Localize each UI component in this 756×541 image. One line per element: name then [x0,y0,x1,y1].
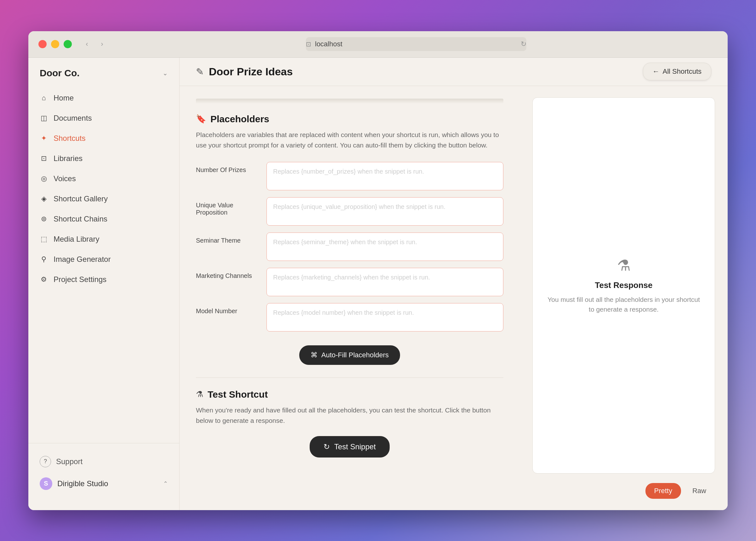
placeholder-field-unique-value-proposition: Unique Value Proposition [196,197,503,226]
sidebar: Door Co. ⌄ ⌂ Home ◫ Documents ✦ Shortcut… [28,58,180,510]
support-icon: ? [40,456,51,467]
page-title: Door Prize Ideas [209,66,293,78]
main-content: ✎ Door Prize Ideas ← All Shortcuts 🔖 [180,58,728,510]
workspace-avatar: S [40,477,52,490]
test-title: Test Shortcut [207,389,268,400]
monitor-icon: ⊡ [306,40,311,48]
shortcuts-icon: ✦ [40,134,48,143]
close-button[interactable] [38,40,47,48]
field-label-unique-value-proposition: Unique Value Proposition [196,197,259,216]
back-arrow-icon: ← [653,67,660,76]
sidebar-item-project-settings[interactable]: ⚙ Project Settings [32,270,176,289]
sidebar-item-media-library[interactable]: ⬚ Media Library [32,230,176,249]
placeholder-field-seminar-theme: Seminar Theme [196,233,503,261]
bookmark-icon: 🔖 [196,114,206,124]
image-generator-icon: ⚲ [40,255,48,264]
sidebar-item-label: Libraries [54,154,83,163]
test-section: ⚗ Test Shortcut When you're ready and ha… [196,389,503,457]
sidebar-item-documents[interactable]: ◫ Documents [32,109,176,128]
placeholder-field-marketing-channels: Marketing Channels [196,268,503,296]
right-panel: ⚗ Test Response You must fill out all th… [520,86,728,510]
autofill-label: Auto-Fill Placeholders [321,351,389,359]
sidebar-item-libraries[interactable]: ⊡ Libraries [32,149,176,168]
libraries-icon: ⊡ [40,154,48,163]
back-button[interactable]: ‹ [82,39,92,49]
format-tab-pretty[interactable]: Pretty [645,483,681,499]
format-tabs: Pretty Raw [532,480,715,499]
sidebar-item-shortcut-chains[interactable]: ⊚ Shortcut Chains [32,210,176,229]
page-title-area: ✎ Door Prize Ideas [196,66,293,78]
minimize-button[interactable] [51,40,59,48]
voices-icon: ◎ [40,175,48,183]
sidebar-item-home[interactable]: ⌂ Home [32,89,176,108]
test-heading: ⚗ Test Shortcut [196,389,503,400]
home-icon: ⌂ [40,94,48,102]
sidebar-item-label: Shortcuts [54,134,85,143]
test-response-flask-icon: ⚗ [617,257,631,274]
browser-window: ‹ › ⊡ localhost ↻ Door Co. ⌄ ⌂ Home ◫ [28,31,728,510]
sidebar-item-label: Home [54,94,74,102]
test-label: Test Snippet [334,442,376,451]
sidebar-item-voices[interactable]: ◎ Voices [32,169,176,188]
forward-button[interactable]: › [97,39,107,49]
sidebar-item-label: Shortcut Chains [54,215,108,224]
workspace-item[interactable]: S Dirigible Studio ⌃ [36,472,172,495]
sidebar-title: Door Co. [40,68,80,79]
support-label: Support [56,457,83,466]
field-label-number-of-prizes: Number Of Prizes [196,162,259,174]
traffic-lights [38,40,72,48]
test-snippet-button[interactable]: ↻ Test Snippet [310,436,390,457]
field-label-marketing-channels: Marketing Channels [196,268,259,279]
media-library-icon: ⬚ [40,235,48,243]
autofill-icon: ⌘ [311,351,317,359]
workspace-label: Dirigible Studio [57,479,108,488]
address-bar[interactable]: ⊡ localhost ↻ [306,37,526,51]
field-input-unique-value-proposition[interactable] [266,197,503,226]
placeholders-title: Placeholders [210,114,269,125]
shortcut-gallery-icon: ◈ [40,195,48,203]
sidebar-header: Door Co. ⌄ [28,68,179,89]
shortcut-chains-icon: ⊚ [40,215,48,223]
sidebar-chevron-icon[interactable]: ⌄ [163,69,168,77]
refresh-icon[interactable]: ↻ [521,40,526,48]
sidebar-item-label: Shortcut Gallery [54,195,108,203]
sidebar-item-label: Voices [54,174,76,183]
test-response-title: Test Response [595,280,652,290]
flask-icon: ⚗ [196,389,203,399]
app-layout: Door Co. ⌄ ⌂ Home ◫ Documents ✦ Shortcut… [28,58,728,510]
left-panel: 🔖 Placeholders Placeholders are variable… [180,86,520,510]
sidebar-item-shortcut-gallery[interactable]: ◈ Shortcut Gallery [32,189,176,208]
section-divider [196,377,503,378]
placeholders-heading: 🔖 Placeholders [196,114,503,125]
sidebar-item-shortcuts[interactable]: ✦ Shortcuts [32,129,176,148]
field-input-number-of-prizes[interactable] [266,162,503,190]
content-body: 🔖 Placeholders Placeholders are variable… [180,86,728,510]
sidebar-item-label: Documents [54,114,92,123]
field-input-model-number[interactable] [266,303,503,331]
placeholder-field-model-number: Model Number [196,303,503,331]
format-tab-raw[interactable]: Raw [683,483,715,499]
sidebar-nav: ⌂ Home ◫ Documents ✦ Shortcuts ⊡ Librari… [28,89,179,443]
page-header: ✎ Door Prize Ideas ← All Shortcuts [180,58,728,86]
support-item[interactable]: ? Support [36,451,172,472]
sidebar-item-label: Image Generator [54,255,111,264]
test-response-box: ⚗ Test Response You must fill out all th… [532,97,715,474]
placeholders-description: Placeholders are variables that are repl… [196,130,503,151]
all-shortcuts-button[interactable]: ← All Shortcuts [643,63,712,80]
sidebar-item-image-generator[interactable]: ⚲ Image Generator [32,250,176,269]
field-input-seminar-theme[interactable] [266,233,503,261]
test-icon: ↻ [323,442,330,451]
browser-chrome: ‹ › ⊡ localhost ↻ [28,31,728,58]
test-response-description: You must fill out all the placeholders i… [545,294,702,314]
sidebar-item-label: Project Settings [54,275,107,284]
sidebar-bottom: ? Support S Dirigible Studio ⌃ [28,443,179,500]
test-description: When you're ready and have filled out al… [196,405,503,426]
field-input-marketing-channels[interactable] [266,268,503,296]
autofill-button[interactable]: ⌘ Auto-Fill Placeholders [299,345,400,365]
top-fade-bar [196,99,503,104]
sidebar-item-label: Media Library [54,235,99,244]
url-text: localhost [315,40,342,48]
maximize-button[interactable] [64,40,72,48]
field-label-seminar-theme: Seminar Theme [196,233,259,244]
workspace-chevron-icon: ⌃ [163,480,168,487]
